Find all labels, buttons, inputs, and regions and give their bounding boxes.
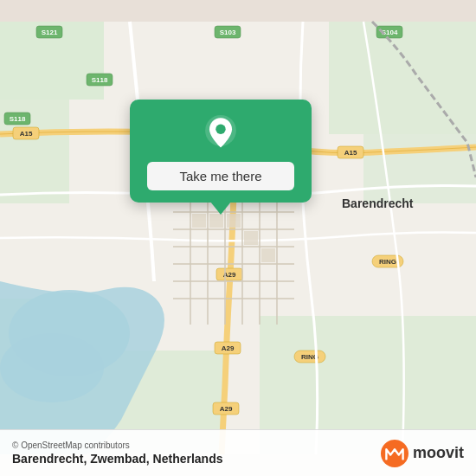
svg-point-45 [215,125,225,134]
svg-text:Barendrecht: Barendrecht [342,196,414,210]
bottom-left-info: © OpenStreetMap contributors Barendrecht… [12,441,223,466]
svg-text:A15: A15 [344,149,357,157]
map-background: A15 A15 A15 A29 A29 A29 RING RING S121 S… [0,0,476,476]
svg-rect-39 [227,214,241,228]
svg-text:S118: S118 [10,115,26,123]
svg-text:RING: RING [379,258,396,266]
svg-point-46 [381,440,408,467]
bottom-bar: © OpenStreetMap contributors Barendrecht… [0,429,476,476]
svg-text:S118: S118 [92,76,108,84]
svg-rect-4 [363,134,476,203]
osm-credit: © OpenStreetMap contributors [12,441,223,450]
svg-text:S103: S103 [220,29,236,36]
svg-text:A29: A29 [220,405,233,413]
svg-rect-37 [192,214,206,228]
svg-text:S121: S121 [42,29,58,36]
svg-rect-3 [329,22,476,134]
moovit-logo-icon [381,440,408,467]
location-label: Barendrecht, Zwembad, Netherlands [12,452,223,466]
svg-rect-41 [261,248,275,262]
moovit-logo: moovit [381,440,464,467]
location-pin-icon [202,115,240,153]
svg-text:A15: A15 [20,130,33,138]
svg-rect-38 [209,214,223,228]
svg-rect-40 [244,231,258,245]
take-me-there-button[interactable]: Take me there [147,162,294,190]
moovit-brand-text: moovit [413,444,464,462]
map-container: A15 A15 A15 A29 A29 A29 RING RING S121 S… [0,0,476,476]
popup-card: Take me there [130,100,312,203]
svg-text:A29: A29 [222,344,235,352]
